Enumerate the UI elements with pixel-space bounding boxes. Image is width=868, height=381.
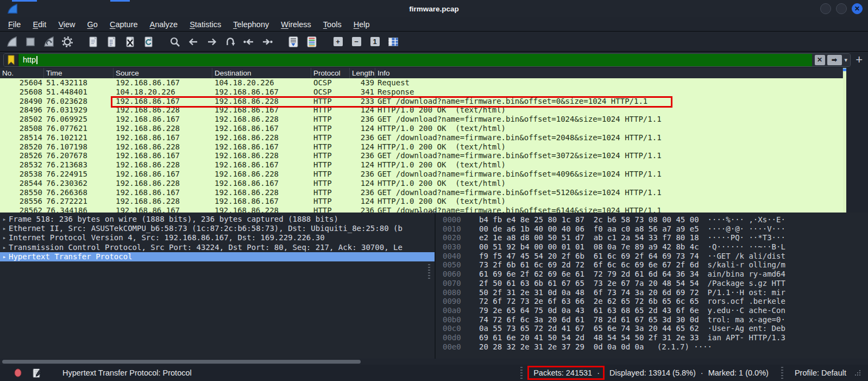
menu-item[interactable]: Tools: [317, 19, 348, 30]
hex-row[interactable]: 0060 61 69 6e 2f 62 69 6e 61 72 79 2d 61…: [436, 270, 868, 279]
hex-bytes[interactable]: 00 de a6 1b 40 00 40 06 f0 aa c0 a8 56 a…: [479, 224, 699, 234]
column-header-no[interactable]: No.: [0, 68, 44, 78]
open-file-icon[interactable]: [86, 34, 101, 49]
hex-bytes[interactable]: 73 2f 6b 61 6c 69 2d 72 6f 6c 6c 69 6e 6…: [479, 260, 699, 270]
hex-bytes[interactable]: 74 72 6f 6c 3a 20 6d 61 78 2d 61 67 65 3…: [479, 315, 699, 324]
profile-selector[interactable]: Profile: Default: [795, 368, 846, 377]
column-header-info[interactable]: Info: [375, 68, 843, 78]
packet-row[interactable]: 25608 51.448401 104.18.20.226 192.168.86…: [0, 88, 843, 97]
splitter-handle[interactable]: [428, 264, 430, 280]
packet-row[interactable]: 28508 76.077621 192.168.86.228 192.168.8…: [0, 124, 843, 133]
packet-list-scrollbar[interactable]: [843, 68, 846, 213]
auto-scroll-icon[interactable]: [286, 34, 301, 49]
display-filter-input[interactable]: http: [18, 54, 812, 66]
hex-row[interactable]: 0030 00 51 92 b4 00 00 01 01 08 0a 7e 89…: [436, 242, 868, 252]
capture-options-icon[interactable]: [60, 34, 75, 49]
packet-row[interactable]: 28550 76.266368 192.168.86.167 192.168.8…: [0, 188, 843, 197]
detail-line[interactable]: ▸ Frame 518: 236 bytes on wire (1888 bit…: [0, 215, 435, 224]
statusbar-splitter-handle[interactable]: [520, 367, 523, 379]
hex-bytes[interactable]: 69 61 6e 20 41 50 54 2d 48 54 54 50 2f 3…: [479, 333, 699, 342]
minimize-button[interactable]: [820, 3, 831, 14]
hex-ascii[interactable]: ··GET /k ali/dist: [708, 252, 785, 261]
go-to-packet-icon[interactable]: [223, 34, 238, 49]
hex-ascii[interactable]: (2.1.7) ····: [652, 342, 712, 352]
close-button[interactable]: ✕: [852, 3, 863, 14]
expand-arrow-icon[interactable]: ▸: [0, 224, 9, 233]
hex-ascii[interactable]: ·User-Ag ent: Deb: [708, 324, 785, 333]
hex-bytes[interactable]: 61 69 6e 2f 62 69 6e 61 72 79 2d 61 6d 6…: [479, 270, 699, 279]
hex-row[interactable]: 00e0 20 28 32 2e 31 2e 37 29 0d 0a 0d 0a…: [436, 342, 868, 352]
packet-row[interactable]: 28496 76.031929 192.168.86.228 192.168.8…: [0, 105, 843, 115]
dropdown-caret-icon[interactable]: ▾: [845, 57, 848, 64]
colorize-icon[interactable]: [304, 34, 319, 49]
go-forward-icon[interactable]: [204, 34, 219, 49]
reload-file-icon[interactable]: [141, 34, 156, 49]
hex-row[interactable]: 00d0 69 61 6e 20 41 50 54 2d 48 54 54 50…: [436, 333, 868, 342]
hex-ascii[interactable]: trol: ma x-age=0·: [708, 315, 785, 324]
packet-row[interactable]: 28556 76.272221 192.168.86.228 192.168.8…: [0, 197, 843, 206]
go-back-icon[interactable]: [186, 34, 201, 49]
packet-row[interactable]: 28502 76.069925 192.168.86.167 192.168.8…: [0, 115, 843, 124]
maximize-button[interactable]: [836, 3, 847, 14]
hex-row[interactable]: 0000 b4 fb e4 8e 25 80 1c 87 2c b6 58 73…: [436, 215, 868, 224]
hex-ascii[interactable]: s/kali-r olling/m: [708, 260, 785, 270]
column-header-source[interactable]: Source: [114, 68, 212, 78]
apply-filter-icon[interactable]: ➡: [827, 55, 842, 65]
resize-grip-icon[interactable]: [854, 370, 861, 377]
hex-row[interactable]: 0020 e2 1e a8 d8 00 50 51 d7 ab c1 2a 54…: [436, 233, 868, 242]
zoom-in-icon[interactable]: +: [330, 34, 345, 49]
scrollbar-thumb[interactable]: [843, 68, 846, 71]
column-header-length[interactable]: Length: [350, 68, 375, 78]
zoom-out-icon[interactable]: −: [349, 34, 364, 49]
menu-item[interactable]: File: [2, 19, 27, 30]
hex-ascii[interactable]: ····@·@· ····V···: [708, 224, 785, 234]
column-header-protocol[interactable]: Protocol: [311, 68, 350, 78]
go-first-packet-icon[interactable]: [241, 34, 256, 49]
splitter-handle[interactable]: [418, 211, 437, 213]
packet-row[interactable]: 28532 76.213683 192.168.86.228 192.168.8…: [0, 160, 843, 170]
packet-row[interactable]: 28538 76.224915 192.168.86.167 192.168.8…: [0, 170, 843, 179]
stop-capture-icon[interactable]: [23, 34, 38, 49]
detail-line[interactable]: ▸ Ethernet II, Src: ASUSTekCOMPU_b6:58:7…: [0, 224, 435, 233]
bookmark-icon[interactable]: [4, 54, 18, 66]
hex-bytes[interactable]: 79 2e 65 64 75 0d 0a 43 61 63 68 65 2d 4…: [479, 306, 699, 315]
packet-row[interactable]: 28490 76.023628 192.168.86.167 192.168.8…: [0, 97, 843, 106]
expand-arrow-icon[interactable]: ▸: [0, 252, 9, 261]
hex-ascii[interactable]: ····%··· ,·Xs··E·: [708, 215, 785, 224]
find-packet-icon[interactable]: [167, 34, 183, 49]
hex-row[interactable]: 0080 50 2f 31 2e 31 0d 0a 48 6f 73 74 3a…: [436, 288, 868, 297]
menu-item[interactable]: Analyze: [144, 19, 184, 30]
hex-row[interactable]: 00b0 74 72 6f 6c 3a 20 6d 61 78 2d 61 67…: [436, 315, 868, 324]
clear-filter-icon[interactable]: ✕: [815, 55, 825, 65]
menu-item[interactable]: Statistics: [184, 19, 227, 30]
hex-bytes[interactable]: f9 f5 47 45 54 20 2f 6b 61 6c 69 2f 64 6…: [479, 252, 699, 261]
expand-arrow-icon[interactable]: ▸: [0, 233, 9, 242]
go-last-packet-icon[interactable]: [260, 34, 275, 49]
hex-row[interactable]: 0050 73 2f 6b 61 6c 69 2d 72 6f 6c 6c 69…: [436, 260, 868, 270]
titlebar[interactable]: firmware.pcap ✕: [0, 0, 868, 17]
hex-row[interactable]: 0070 2f 50 61 63 6b 61 67 65 73 2e 67 7a…: [436, 279, 868, 288]
menu-item[interactable]: View: [52, 19, 81, 30]
hex-ascii[interactable]: y.edu··C ache-Con: [708, 306, 785, 315]
column-header-time[interactable]: Time: [44, 68, 114, 78]
hex-ascii[interactable]: /Package s.gz HTT: [708, 279, 785, 288]
resize-columns-icon[interactable]: [386, 34, 401, 49]
close-file-icon[interactable]: [123, 34, 138, 49]
restart-capture-icon[interactable]: [41, 34, 56, 49]
expand-arrow-icon[interactable]: ▸: [0, 243, 9, 252]
hex-row[interactable]: 00a0 79 2e 65 64 75 0d 0a 43 61 63 68 65…: [436, 306, 868, 315]
hex-bytes[interactable]: 20 28 32 2e 31 2e 37 29 0d 0a 0d 0a: [479, 342, 644, 352]
expert-info-icon[interactable]: [14, 368, 22, 377]
expand-arrow-icon[interactable]: ▸: [0, 215, 9, 224]
hex-ascii[interactable]: ain/bina ry-amd64: [708, 270, 785, 279]
hex-bytes[interactable]: 72 6f 72 73 2e 6f 63 66 2e 62 65 72 6b 6…: [479, 297, 699, 306]
statusbar-splitter-handle[interactable]: [781, 367, 783, 379]
start-capture-icon[interactable]: [4, 34, 20, 49]
menu-item[interactable]: Go: [81, 19, 104, 30]
hex-row[interactable]: 0010 00 de a6 1b 40 00 40 06 f0 aa c0 a8…: [436, 224, 868, 234]
hex-bytes[interactable]: 50 2f 31 2e 31 0d 0a 48 6f 73 74 3a 20 6…: [479, 288, 699, 297]
hex-ascii[interactable]: P/1.1··H ost: mir: [708, 288, 785, 297]
packet-row[interactable]: 28526 76.207678 192.168.86.167 192.168.8…: [0, 151, 843, 160]
menu-item[interactable]: Help: [348, 19, 376, 30]
menu-item[interactable]: Capture: [104, 19, 144, 30]
